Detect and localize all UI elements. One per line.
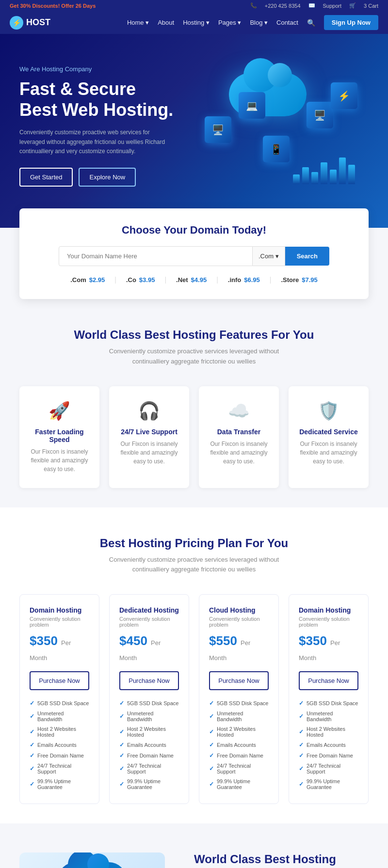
plan-price-1: $350 Per Month xyxy=(30,633,89,663)
purchase-button-3[interactable]: Purchase Now xyxy=(209,671,269,690)
feature-item: 5GB SSD Disk Space xyxy=(119,698,179,709)
domain-search-button[interactable]: Search xyxy=(285,247,329,266)
feature-item: 99.9% Uptime Guarantee xyxy=(209,776,269,792)
feature-desc-speed: Our Fixcon is insanely flexible and amaz… xyxy=(29,447,90,473)
bar-7 xyxy=(348,165,355,184)
nav-links: Home ▾ About Hosting ▾ Pages ▾ Blog ▾ Co… xyxy=(127,15,378,30)
promo-days: 26 Days xyxy=(76,3,96,9)
get-started-button[interactable]: Get Started xyxy=(19,168,73,187)
feature-item: Free Domain Name xyxy=(299,750,358,761)
bar-5 xyxy=(330,170,337,184)
feature-item: Unmetered Bandwidth xyxy=(119,709,179,724)
feature-name-speed: Faster Loading Speed xyxy=(29,428,90,443)
pricing-title: Best Hosting Pricing Plan For You xyxy=(19,537,369,550)
bar-4 xyxy=(321,162,327,184)
domain-search-bar: .Com ▾ Search xyxy=(39,246,349,266)
cart-icon: 🛒 xyxy=(349,2,356,9)
domain-price-info: .info $6.95 xyxy=(228,276,260,284)
hero-buttons: Get Started Explore Now xyxy=(19,168,177,187)
plan-features-3: 5GB SSD Disk Space Unmetered Bandwidth H… xyxy=(209,698,269,792)
plan-desc-4: Conveniently solution problem xyxy=(299,616,358,628)
features-section: World Class Best Hosting Features For Yo… xyxy=(0,299,388,507)
nav-home[interactable]: Home ▾ xyxy=(127,19,149,26)
signup-button[interactable]: Sign Up Now xyxy=(324,15,378,30)
plan-desc-1: Conveniently solution problem xyxy=(30,616,89,628)
hero-content: We Are Hosting Company Fast & Secure Bes… xyxy=(19,65,177,187)
plan-price-4: $350 Per Month xyxy=(299,633,358,663)
server-box-5: ⚡ xyxy=(331,82,357,109)
plan-name-4: Domain Hosting xyxy=(299,606,358,614)
feature-item: 24/7 Technical Support xyxy=(119,761,179,776)
server-box-4: 🖥️ xyxy=(307,102,333,128)
feature-item: Host 2 Websites Hosted xyxy=(30,724,89,740)
site-logo: ⚡ HOST xyxy=(10,16,50,30)
pricing-card-3: Cloud Hosting Conveniently solution prob… xyxy=(199,594,279,804)
rocket-icon: 🚀 xyxy=(29,401,90,421)
domain-price-co: .Co $3.95 xyxy=(126,276,155,284)
feature-item: Free Domain Name xyxy=(30,750,89,761)
plan-name-3: Cloud Hosting xyxy=(209,606,269,614)
search-icon[interactable]: 🔍 xyxy=(307,19,315,27)
feature-item: Unmetered Bandwidth xyxy=(209,709,269,724)
plan-name-1: Domain Hosting xyxy=(30,606,89,614)
services-section: ⬆️ xyxy=(0,823,388,868)
hero-description: Conveniently customize proactive web ser… xyxy=(19,128,175,156)
feature-item: Unmetered Bandwidth xyxy=(30,709,89,724)
feature-desc-dedicated: Our Fixcon is insanely flexible and amaz… xyxy=(298,440,359,466)
feature-item: Free Domain Name xyxy=(209,750,269,761)
services-visual: ⬆️ xyxy=(19,852,175,868)
phone-link[interactable]: +220 425 8354 xyxy=(265,3,301,9)
promo-label: Get 30% Discounts! Offer xyxy=(10,3,74,9)
feature-card-transfer: ☁️ Data Transfer Our Fixcon is insanely … xyxy=(199,386,279,488)
nav-hosting[interactable]: Hosting ▾ xyxy=(183,19,210,26)
plan-price-2: $450 Per Month xyxy=(119,633,179,663)
feature-desc-transfer: Our Fixcon is insanely flexible and amaz… xyxy=(209,440,269,466)
top-bar: Get 30% Discounts! Offer 26 Days 📞 +220 … xyxy=(0,0,388,11)
feature-name-dedicated: Dedicated Service xyxy=(298,428,359,436)
feature-item: 5GB SSD Disk Space xyxy=(209,698,269,709)
domain-pricing-row: .Com $2.95 | .Co $3.95 | .Net $4.95 | .i… xyxy=(39,276,349,284)
pricing-card-4: Domain Hosting Conveniently solution pro… xyxy=(289,594,369,804)
explore-button[interactable]: Explore Now xyxy=(79,168,136,187)
feature-desc-support: Our Fixcon is insanely flexible and amaz… xyxy=(119,440,179,466)
headset-icon: 🎧 xyxy=(119,401,179,421)
purchase-button-1[interactable]: Purchase Now xyxy=(30,671,89,690)
feature-item: 99.9% Uptime Guarantee xyxy=(119,776,179,792)
support-link[interactable]: Support xyxy=(323,3,342,9)
feature-item: 5GB SSD Disk Space xyxy=(30,698,89,709)
pricing-card-1: Domain Hosting Conveniently solution pro… xyxy=(19,594,99,804)
feature-item: 99.9% Uptime Guarantee xyxy=(30,776,89,792)
chart-bars xyxy=(293,158,355,184)
hero-illustration: 🖥️ 💻 📱 🖥️ ⚡ xyxy=(190,63,355,189)
feature-card-support: 🎧 24/7 Live Support Our Fixcon is insane… xyxy=(109,386,189,488)
cart-link[interactable]: 3 Cart xyxy=(364,3,378,9)
nav-blog[interactable]: Blog ▾ xyxy=(250,19,268,26)
feature-item: Emails Accounts xyxy=(30,740,89,750)
feature-item: Host 2 Websites Hosted xyxy=(209,724,269,740)
purchase-button-4[interactable]: Purchase Now xyxy=(299,671,358,690)
domain-extension-select[interactable]: .Com ▾ xyxy=(253,246,285,266)
feature-item: 24/7 Technical Support xyxy=(209,761,269,776)
logo-icon: ⚡ xyxy=(10,16,23,30)
plan-desc-3: Conveniently solution problem xyxy=(209,616,269,628)
nav-pages[interactable]: Pages ▾ xyxy=(218,19,241,26)
cloud-illustration xyxy=(58,862,126,868)
nav-contact[interactable]: Contact xyxy=(276,19,298,26)
domain-price-com: .Com $2.95 xyxy=(70,276,105,284)
bar-3 xyxy=(311,172,318,184)
domain-input[interactable] xyxy=(59,246,253,266)
domain-price-net: .Net $4.95 xyxy=(176,276,207,284)
hero-title: Fast & Secure Best Web Hosting. xyxy=(19,79,177,120)
feature-item: Unmetered Bandwidth xyxy=(299,709,358,724)
server-box-1: 🖥️ xyxy=(205,116,231,143)
feature-card-dedicated: 🛡️ Dedicated Service Our Fixcon is insan… xyxy=(289,386,369,488)
phone-icon: 📞 xyxy=(250,2,257,9)
feature-item: 24/7 Technical Support xyxy=(299,761,358,776)
main-nav: ⚡ HOST Home ▾ About Hosting ▾ Pages ▾ Bl… xyxy=(0,11,388,34)
server-box-2: 💻 xyxy=(239,92,265,119)
pricing-desc: Conveniently customize proactive service… xyxy=(97,555,291,575)
nav-about[interactable]: About xyxy=(158,19,174,26)
purchase-button-2[interactable]: Purchase Now xyxy=(119,671,179,690)
feature-item: 99.9% Uptime Guarantee xyxy=(299,776,358,792)
feature-item: 5GB SSD Disk Space xyxy=(299,698,358,709)
